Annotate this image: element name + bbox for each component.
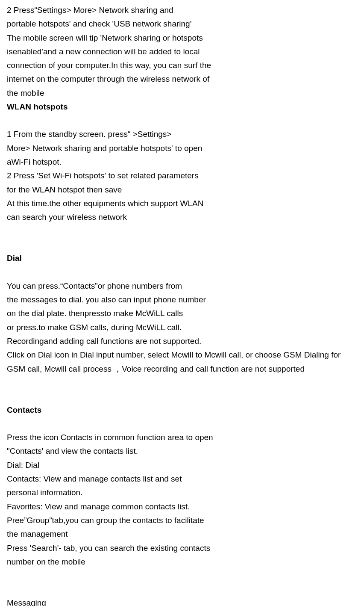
blank-line [7, 417, 357, 431]
body-text: connection of your computer.In this way,… [7, 59, 357, 72]
body-text: number on the mobile [7, 555, 357, 569]
heading-wlan-hotspots: WLAN hotspots [7, 100, 357, 114]
heading-messaging: Messaging [7, 596, 357, 606]
body-text: Press the icon Contacts in common functi… [7, 431, 357, 444]
heading-contacts: Contacts [7, 403, 357, 417]
blank-line [7, 224, 357, 251]
body-text: More> Network sharing and portable hotsp… [7, 142, 357, 155]
body-text: Press 'Search'- tab, you can search the … [7, 541, 357, 555]
body-text: 2 Press“Settings> More> Network sharing … [7, 3, 357, 17]
body-text: Recordingand adding call functions are n… [7, 334, 357, 348]
body-text: the messages to dial. you also can input… [7, 293, 357, 307]
blank-line [7, 114, 357, 127]
body-text: isenabled'and a new connection will be a… [7, 45, 357, 59]
body-text: The mobile screen will tip 'Network shar… [7, 31, 357, 45]
body-text: portable hotspots' and check 'USB networ… [7, 17, 357, 31]
body-text: can search your wireless network [7, 210, 357, 224]
body-text: aWi-Fi hotspot. [7, 155, 357, 169]
body-text: personal information. [7, 486, 357, 500]
body-text: on the dial plate. thenpressto make McWi… [7, 307, 357, 320]
body-text: internet on the computer through the wir… [7, 72, 357, 86]
body-text: Favorites: View and manage common contac… [7, 500, 357, 514]
body-text: Dial: Dial [7, 458, 357, 472]
body-text: Click on Dial icon in Dial input number,… [7, 348, 357, 376]
body-text: Contacts: View and manage contacts list … [7, 472, 357, 486]
body-text: Pree”Group”tab,you can group the contact… [7, 514, 357, 527]
blank-line [7, 266, 357, 279]
body-text: You can press.“Contacts”or phone numbers… [7, 279, 357, 293]
body-text: At this time.the other equipments which … [7, 197, 357, 210]
body-text: or press.to make GSM calls, during McWiL… [7, 321, 357, 334]
body-text: 2 Press 'Set Wi-Fi hotspots' to set rela… [7, 169, 357, 183]
body-text: the mobile [7, 86, 357, 100]
body-text: 1 From the standby screen. press“ >Setti… [7, 127, 357, 141]
body-text: the management [7, 527, 357, 541]
body-text: "Contacts' and view the contacts list. [7, 444, 357, 458]
blank-line [7, 376, 357, 403]
blank-line [7, 569, 357, 596]
body-text: for the WLAN hotspot then save [7, 183, 357, 197]
heading-dial: Dial [7, 251, 357, 265]
